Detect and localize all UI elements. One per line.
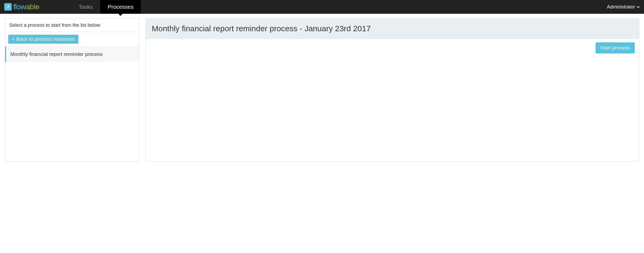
- process-item[interactable]: Monthly financial report reminder proces…: [5, 47, 139, 62]
- content-body: Start process: [146, 39, 639, 57]
- start-process-button[interactable]: Start process: [596, 42, 635, 53]
- tab-processes[interactable]: Processes: [100, 0, 141, 14]
- nav-tabs: Tasks Processes: [71, 0, 141, 14]
- process-list: Monthly financial report reminder proces…: [5, 47, 139, 62]
- logo-icon: [4, 3, 12, 11]
- chevron-down-icon: [637, 5, 640, 9]
- navbar: flowable Tasks Processes Administrator: [0, 0, 644, 14]
- sidebar-actions: < Back to process instances: [5, 32, 139, 47]
- main-container: Select a process to start from the list …: [0, 14, 644, 161]
- tab-tasks[interactable]: Tasks: [71, 0, 100, 14]
- content-title: Monthly financial report reminder proces…: [146, 19, 639, 39]
- sidebar-header: Select a process to start from the list …: [5, 19, 139, 32]
- user-menu[interactable]: Administrator: [607, 4, 640, 10]
- logo[interactable]: flowable: [4, 3, 39, 11]
- back-button[interactable]: < Back to process instances: [8, 35, 78, 44]
- content-panel: Monthly financial report reminder proces…: [146, 19, 639, 161]
- sidebar: Select a process to start from the list …: [5, 19, 139, 161]
- logo-text: flowable: [13, 3, 39, 11]
- user-label: Administrator: [607, 4, 635, 10]
